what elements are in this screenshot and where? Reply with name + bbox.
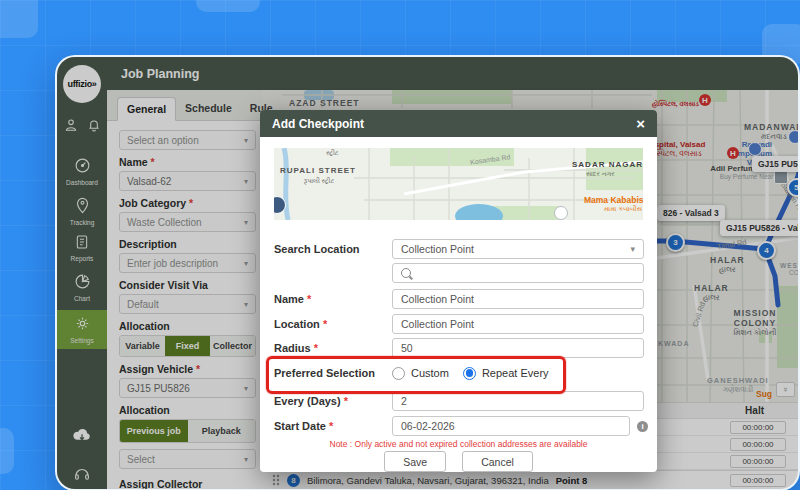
every-days-input[interactable]: 2 bbox=[392, 391, 644, 411]
search-icon bbox=[401, 268, 411, 278]
map-poi-icon bbox=[554, 206, 568, 220]
radius-input[interactable]: 50 bbox=[392, 338, 644, 358]
save-button[interactable]: Save bbox=[384, 451, 446, 472]
map-label-rupali-street: RUPALI STREET bbox=[280, 166, 356, 175]
app-window: AZAD STREET હોસ્પિટલ, વલસાડ H MADANWAD મ… bbox=[55, 55, 800, 490]
map-label-mama-gujarati: મામા કબાબીસ bbox=[604, 205, 642, 213]
checkpoint-name-input[interactable]: Collection Point bbox=[392, 289, 644, 309]
map-label-sadar-nagar: SADAR NAGAR bbox=[572, 160, 643, 169]
map-label-street-gujarati: સ્ટ્રીટ bbox=[326, 149, 339, 157]
every-days-row: Every (Days) * 2 bbox=[274, 391, 644, 411]
start-date-row: Start Date * 06-02-2026 i bbox=[274, 416, 648, 436]
modal-note: Note : Only active and not expired colle… bbox=[260, 439, 657, 449]
checkpoint-location-label: Location * bbox=[274, 318, 392, 330]
every-days-label: Every (Days) * bbox=[274, 395, 392, 407]
add-checkpoint-modal: Add Checkpoint × સ્ટ્રીટ bbox=[260, 110, 657, 472]
radius-row: Radius * 50 bbox=[274, 338, 644, 358]
radius-label: Radius * bbox=[274, 342, 392, 354]
chevron-down-icon: ▾ bbox=[630, 244, 635, 254]
custom-radio[interactable] bbox=[392, 367, 405, 380]
info-icon[interactable]: i bbox=[637, 421, 648, 432]
custom-radio-label[interactable]: Custom bbox=[411, 367, 449, 379]
checkpoint-name-label: Name * bbox=[274, 293, 392, 305]
preferred-selection-label: Preferred Selection bbox=[274, 367, 392, 379]
map-label-sadar-gujarati: સાદર નગર bbox=[586, 170, 615, 178]
search-location-row: Search Location Collection Point▾ bbox=[274, 239, 644, 259]
desktop-background: AZAD STREET હોસ્પિટલ, વલસાડ H MADANWAD મ… bbox=[0, 0, 800, 490]
close-icon[interactable]: × bbox=[636, 116, 645, 131]
location-search-input[interactable] bbox=[392, 263, 644, 283]
background-deco-square bbox=[0, 0, 38, 38]
background-deco-square bbox=[196, 0, 260, 12]
search-location-select[interactable]: Collection Point▾ bbox=[392, 239, 644, 259]
background-deco-square bbox=[0, 428, 14, 474]
repeat-every-radio-label[interactable]: Repeat Every bbox=[482, 367, 549, 379]
preferred-selection-row: Preferred Selection Custom Repeat Every bbox=[274, 363, 563, 383]
name-row: Name * Collection Point bbox=[274, 289, 644, 309]
location-search-row bbox=[274, 263, 644, 283]
checkpoint-location-input[interactable]: Collection Point bbox=[392, 314, 644, 334]
cancel-button[interactable]: Cancel bbox=[462, 451, 533, 472]
start-date-label: Start Date * bbox=[274, 420, 392, 432]
modal-header: Add Checkpoint × bbox=[260, 110, 657, 137]
modal-map-preview[interactable]: સ્ટ્રીટ RUPALI STREET રૂપાલી સ્ટ્રીટ Kos… bbox=[274, 148, 643, 220]
map-label-mama-kababis: Mama Kababis bbox=[584, 195, 643, 205]
map-label-rupali-gujarati: રૂપાલી સ્ટ્રીટ bbox=[302, 177, 336, 185]
search-location-label: Search Location bbox=[274, 243, 392, 255]
repeat-every-radio[interactable] bbox=[463, 367, 476, 380]
location-row: Location * Collection Point bbox=[274, 314, 644, 334]
modal-title: Add Checkpoint bbox=[272, 117, 364, 131]
start-date-input[interactable]: 06-02-2026 bbox=[392, 416, 630, 436]
